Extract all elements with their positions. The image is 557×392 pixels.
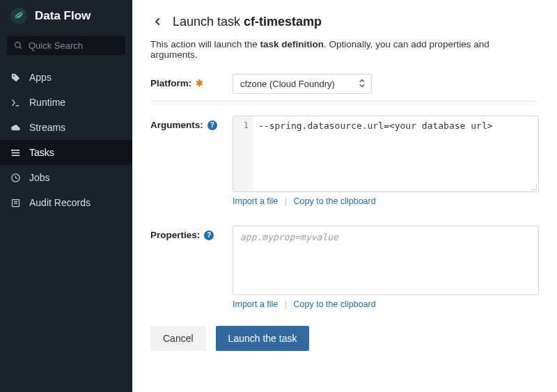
svg-rect-8 bbox=[11, 149, 13, 150]
brand: Data Flow bbox=[0, 0, 132, 33]
page-title: Launch task cf-timestamp bbox=[173, 15, 322, 29]
app-root: Data Flow Quick Search Apps Runt bbox=[0, 0, 557, 392]
resize-grip-icon[interactable] bbox=[530, 183, 537, 190]
page-title-taskname: cf-timestamp bbox=[244, 15, 322, 29]
divider bbox=[150, 101, 539, 102]
back-button[interactable] bbox=[150, 14, 166, 29]
properties-row: Properties: ? app.myprop=myvalue Import … bbox=[150, 226, 539, 309]
sidebar-item-streams[interactable]: Streams bbox=[0, 115, 132, 140]
arguments-label: Arguments: ? bbox=[150, 116, 220, 130]
arguments-import-link[interactable]: Import a file bbox=[233, 196, 278, 206]
help-icon[interactable]: ? bbox=[204, 230, 214, 240]
sidebar: Data Flow Quick Search Apps Runt bbox=[0, 0, 132, 392]
search-placeholder: Quick Search bbox=[29, 40, 83, 51]
chevron-updown-icon bbox=[359, 78, 366, 90]
help-icon[interactable]: ? bbox=[207, 120, 217, 130]
page-header: Launch task cf-timestamp bbox=[150, 14, 539, 29]
tag-icon bbox=[10, 72, 21, 83]
sidebar-item-jobs[interactable]: Jobs bbox=[0, 165, 132, 190]
svg-point-1 bbox=[15, 42, 21, 48]
search-wrap: Quick Search bbox=[0, 33, 132, 65]
editor-gutter: 1 bbox=[233, 116, 253, 191]
brand-leaf-icon bbox=[10, 7, 28, 25]
properties-copy-link[interactable]: Copy to the clipboard bbox=[294, 299, 376, 309]
sidebar-item-apps[interactable]: Apps bbox=[0, 65, 132, 90]
properties-import-link[interactable]: Import a file bbox=[233, 299, 278, 309]
sidebar-item-label: Tasks bbox=[29, 147, 54, 158]
arguments-links: Import a file | Copy to the clipboard bbox=[233, 196, 539, 206]
main-content: Launch task cf-timestamp This action wil… bbox=[132, 0, 557, 392]
tasks-icon bbox=[10, 148, 21, 158]
launch-button[interactable]: Launch the task bbox=[216, 326, 310, 351]
platform-select[interactable]: cfzone (Cloud Foundry) bbox=[233, 74, 372, 94]
brand-text: Data Flow bbox=[35, 9, 91, 23]
properties-editor[interactable]: app.myprop=myvalue bbox=[233, 226, 539, 295]
records-icon bbox=[10, 198, 21, 208]
search-icon bbox=[14, 41, 23, 50]
arguments-row: Arguments: ? 1 --spring.datasource.url=<… bbox=[150, 116, 539, 206]
properties-placeholder: app.myprop=myvalue bbox=[240, 232, 338, 242]
properties-links: Import a file | Copy to the clipboard bbox=[233, 299, 539, 309]
sidebar-item-label: Runtime bbox=[29, 97, 65, 108]
arguments-content: --spring.datasource.url=<your database u… bbox=[253, 116, 538, 191]
sidebar-item-label: Apps bbox=[29, 72, 52, 83]
chevron-left-icon bbox=[153, 17, 163, 26]
platform-row: Platform: ✱ cfzone (Cloud Foundry) bbox=[150, 74, 539, 94]
clock-icon bbox=[10, 173, 21, 183]
search-input[interactable]: Quick Search bbox=[7, 36, 125, 55]
sidebar-item-runtime[interactable]: Runtime bbox=[0, 90, 132, 115]
sidebar-item-label: Jobs bbox=[29, 172, 50, 183]
cancel-button[interactable]: Cancel bbox=[150, 326, 206, 351]
svg-point-3 bbox=[13, 75, 15, 77]
sidebar-item-tasks[interactable]: Tasks bbox=[0, 140, 132, 165]
arguments-editor[interactable]: 1 --spring.datasource.url=<your database… bbox=[233, 116, 539, 192]
page-title-prefix: Launch task bbox=[173, 15, 244, 29]
properties-label: Properties: ? bbox=[150, 226, 220, 240]
required-star-icon: ✱ bbox=[196, 78, 203, 88]
cloud-icon bbox=[10, 123, 21, 133]
platform-select-value: cfzone (Cloud Foundry) bbox=[240, 79, 335, 89]
sidebar-item-audit-records[interactable]: Audit Records bbox=[0, 190, 132, 215]
arguments-copy-link[interactable]: Copy to the clipboard bbox=[294, 196, 376, 206]
intro-text: This action will launch the task definit… bbox=[150, 39, 539, 60]
sidebar-item-label: Audit Records bbox=[29, 197, 91, 208]
svg-line-2 bbox=[19, 47, 22, 49]
footer-actions: Cancel Launch the task bbox=[150, 326, 539, 351]
platform-label: Platform: ✱ bbox=[150, 74, 220, 88]
terminal-icon bbox=[10, 97, 21, 108]
sidebar-item-label: Streams bbox=[29, 122, 65, 133]
sidebar-nav: Apps Runtime Streams Tasks bbox=[0, 65, 132, 215]
